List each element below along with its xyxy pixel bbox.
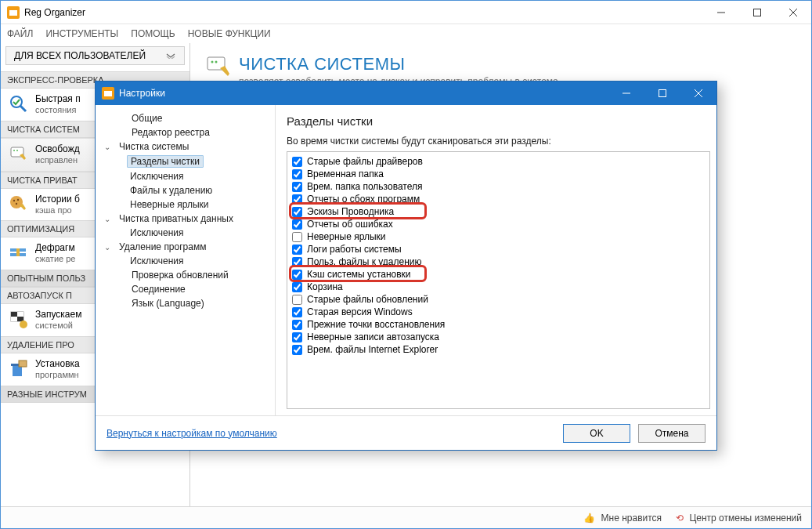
check-item-checkbox[interactable] bbox=[292, 219, 302, 230]
check-item-checkbox[interactable] bbox=[292, 345, 302, 355]
uninstall-line2: программн bbox=[35, 370, 80, 381]
check-item-checkbox[interactable] bbox=[292, 282, 302, 292]
user-scope-dropdown[interactable]: ДЛЯ ВСЕХ ПОЛЬЗОВАТЕЛЕЙ bbox=[5, 46, 185, 65]
check-item[interactable]: Врем. файлы Internet Explorer bbox=[292, 343, 705, 356]
flag-gear-icon bbox=[9, 310, 29, 330]
maximize-button[interactable] bbox=[739, 1, 775, 24]
opt-line1: Дефрагм bbox=[35, 242, 75, 254]
check-item-checkbox[interactable] bbox=[292, 307, 302, 317]
check-item[interactable]: Кэш системы установки bbox=[292, 268, 705, 281]
tree-uninstall-exclusions[interactable]: Исключения bbox=[127, 254, 272, 268]
check-item-label: Кэш системы установки bbox=[307, 269, 411, 280]
check-item-checkbox[interactable] bbox=[292, 257, 302, 267]
like-label: Мне нравится bbox=[601, 513, 662, 524]
dialog-footer: Вернуться к настройкам по умолчанию OK О… bbox=[96, 415, 716, 450]
minimize-button[interactable] bbox=[703, 1, 739, 24]
check-item[interactable]: Отчеты об ошибках bbox=[292, 218, 705, 230]
autorun-line2: системой bbox=[35, 321, 81, 332]
check-item[interactable]: Эскизы Проводника bbox=[292, 205, 705, 218]
dialog-maximize-button[interactable] bbox=[644, 82, 680, 105]
dialog-titlebar: Настройки bbox=[96, 82, 716, 105]
check-item[interactable]: Неверные записи автозапуска bbox=[292, 331, 705, 343]
check-item-label: Врем. папка пользователя bbox=[307, 181, 422, 192]
check-item[interactable]: Отчеты о сбоях программ bbox=[292, 193, 705, 205]
check-item[interactable]: Старые файлы обновлений bbox=[292, 293, 705, 306]
tree-connection[interactable]: Соединение bbox=[114, 282, 272, 296]
reset-defaults-link[interactable]: Вернуться к настройкам по умолчанию bbox=[106, 428, 555, 439]
menu-tools[interactable]: ИНСТРУМЕНТЫ bbox=[45, 28, 118, 39]
svg-point-14 bbox=[16, 203, 17, 205]
svg-point-29 bbox=[215, 61, 218, 63]
check-item-checkbox[interactable] bbox=[292, 182, 302, 192]
menu-help[interactable]: ПОМОЩЬ bbox=[131, 28, 175, 39]
tree-clean-exclusions[interactable]: Исключения bbox=[127, 169, 272, 183]
check-item-label: Корзина bbox=[307, 281, 343, 292]
tree-bad-shortcuts[interactable]: Неверные ярлыки bbox=[127, 197, 272, 212]
tree-privacy-clean[interactable]: ⌄Чистка приватных данных bbox=[102, 212, 272, 226]
svg-rect-20 bbox=[17, 312, 23, 317]
tree-system-clean[interactable]: ⌄Чистка системы bbox=[102, 139, 272, 154]
check-item-checkbox[interactable] bbox=[292, 157, 302, 167]
check-item[interactable]: Врем. папка пользователя bbox=[292, 180, 705, 193]
chevron-down-icon[interactable]: ⌄ bbox=[102, 243, 113, 252]
tree-updates-check[interactable]: Проверка обновлений bbox=[114, 268, 272, 282]
svg-point-28 bbox=[211, 61, 214, 63]
check-list[interactable]: Старые файлы драйверовВременная папкаВре… bbox=[287, 152, 709, 408]
tree-language[interactable]: Язык (Language) bbox=[114, 296, 272, 310]
svg-point-10 bbox=[16, 150, 18, 151]
check-item[interactable]: Прежние точки восстановления bbox=[292, 318, 705, 331]
svg-rect-31 bbox=[104, 91, 112, 96]
check-item-label: Врем. файлы Internet Explorer bbox=[307, 344, 438, 355]
check-item-checkbox[interactable] bbox=[292, 207, 302, 217]
check-item[interactable]: Неверные ярлыки bbox=[292, 230, 705, 243]
check-item-checkbox[interactable] bbox=[292, 332, 302, 342]
check-item-checkbox[interactable] bbox=[292, 169, 302, 179]
tree-files-to-delete[interactable]: Файлы к удалению bbox=[127, 183, 272, 197]
check-item-checkbox[interactable] bbox=[292, 194, 302, 205]
check-item-label: Старые файлы драйверов bbox=[307, 156, 423, 167]
check-item-checkbox[interactable] bbox=[292, 245, 302, 255]
check-item[interactable]: Корзина bbox=[292, 281, 705, 293]
ok-button[interactable]: OK bbox=[563, 424, 630, 443]
right-title: Разделы чистки bbox=[287, 114, 710, 128]
dialog-body: Общие Редактор реестра ⌄Чистка системы Р… bbox=[96, 105, 716, 415]
statusbar: 👍 Мне нравится ⟲ Центр отмены изменений bbox=[1, 506, 811, 528]
check-item[interactable]: Логи работы системы bbox=[292, 243, 705, 255]
main-window: Reg Organizer ФАЙЛ ИНСТРУМЕНТЫ ПОМОЩЬ НО… bbox=[0, 0, 812, 529]
tree-uninstall[interactable]: ⌄Удаление программ bbox=[102, 240, 272, 254]
tree-privacy-exclusions[interactable]: Исключения bbox=[127, 226, 272, 240]
check-item[interactable]: Польз. файлы к удалению bbox=[292, 255, 705, 268]
undo-label: Центр отмены изменений bbox=[689, 513, 802, 524]
tree-clean-sections[interactable]: Разделы чистки bbox=[127, 154, 272, 169]
settings-tree[interactable]: Общие Редактор реестра ⌄Чистка системы Р… bbox=[96, 105, 276, 415]
trash-box-icon bbox=[9, 359, 29, 379]
chevron-down-icon[interactable]: ⌄ bbox=[102, 143, 113, 151]
check-item-checkbox[interactable] bbox=[292, 270, 302, 280]
check-item-label: Старая версия Windows bbox=[307, 306, 413, 317]
check-item[interactable]: Старая версия Windows bbox=[292, 306, 705, 318]
close-button[interactable] bbox=[775, 1, 811, 24]
chevron-down-icon[interactable]: ⌄ bbox=[102, 215, 113, 223]
check-item[interactable]: Временная папка bbox=[292, 168, 705, 180]
like-button[interactable]: 👍 Мне нравится bbox=[583, 513, 662, 524]
broom-icon bbox=[9, 144, 29, 165]
cancel-button[interactable]: Отмена bbox=[638, 424, 706, 443]
check-item-checkbox[interactable] bbox=[292, 295, 302, 305]
check-item[interactable]: Старые файлы драйверов bbox=[292, 155, 705, 168]
tree-registry-editor[interactable]: Редактор реестра bbox=[114, 125, 272, 139]
svg-rect-33 bbox=[659, 90, 666, 97]
cookie-broom-icon bbox=[9, 194, 29, 215]
dialog-minimize-button[interactable] bbox=[608, 82, 644, 105]
undo-center-button[interactable]: ⟲ Центр отмены изменений bbox=[676, 513, 802, 524]
user-scope-label: ДЛЯ ВСЕХ ПОЛЬЗОВАТЕЛЕЙ bbox=[14, 50, 146, 61]
svg-rect-22 bbox=[17, 317, 23, 321]
check-item-checkbox[interactable] bbox=[292, 232, 302, 242]
menu-new-functions[interactable]: НОВЫЕ ФУНКЦИИ bbox=[188, 28, 271, 39]
menu-file[interactable]: ФАЙЛ bbox=[7, 28, 33, 39]
window-controls bbox=[703, 1, 811, 24]
check-item-checkbox[interactable] bbox=[292, 320, 302, 330]
dialog-close-button[interactable] bbox=[680, 82, 716, 105]
dialog-controls bbox=[608, 82, 716, 105]
tree-general[interactable]: Общие bbox=[114, 111, 272, 125]
check-list-container: Старые файлы драйверовВременная папкаВре… bbox=[287, 151, 710, 409]
